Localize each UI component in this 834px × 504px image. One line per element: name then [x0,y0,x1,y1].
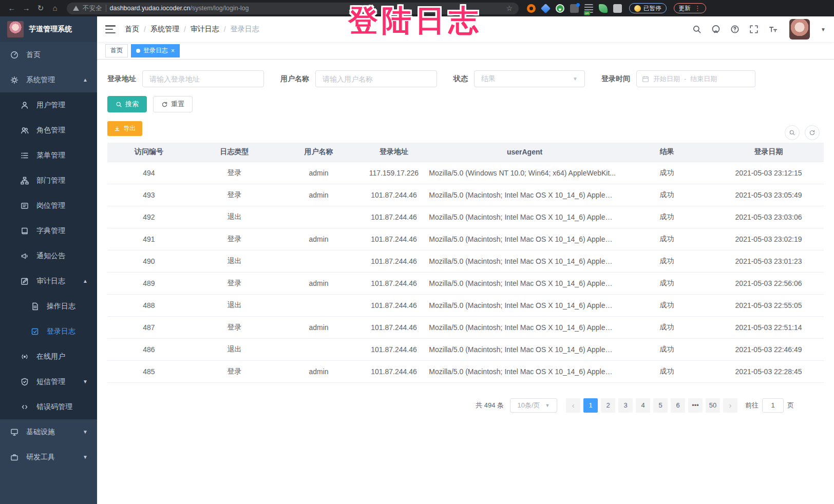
browser-reload-button[interactable]: ↻ [34,2,47,14]
sidebar-item-users[interactable]: 用户管理 [0,92,97,118]
username-input[interactable] [315,70,437,87]
cell-useragent: Mozilla/5.0 (Macintosh; Intel Mac OS X 1… [429,272,620,294]
sidebar-item-system[interactable]: 系统管理 ▲ [0,67,97,92]
cell-username [278,206,358,228]
table-row[interactable]: 486 退出 101.87.244.46 Mozilla/5.0 (Macint… [107,338,824,360]
browser-back-button[interactable]: ← [5,2,18,14]
column-header-result[interactable]: 结果 [620,143,713,162]
address-input[interactable] [142,70,264,87]
update-button[interactable]: 更新 ⋮ [674,3,706,13]
sidebar-item-roles[interactable]: 角色管理 [0,118,97,143]
toggle-search-button[interactable] [785,125,800,140]
sidebar-item-posts[interactable]: 岗位管理 [0,193,97,218]
bookmark-star-icon[interactable]: ☆ [506,4,513,12]
table-body: 494 登录 admin 117.159.17.226 Mozilla/5.0 … [107,162,824,382]
table-row[interactable]: 494 登录 admin 117.159.17.226 Mozilla/5.0 … [107,162,824,184]
page-size-value: 10条/页 [518,401,540,410]
sidebar-item-infrastructure[interactable]: 基础设施 ▼ [0,419,97,444]
page-button-5[interactable]: 5 [653,398,668,413]
reset-button[interactable]: 重置 [153,96,193,112]
tab-home[interactable]: 首页 [105,44,128,57]
extension-icon-3[interactable]: ♥ [556,4,564,13]
column-header-id[interactable]: 访问编号 [107,143,191,162]
extension-icon-5[interactable]: on [584,4,593,13]
page-ellipsis[interactable]: ••• [688,398,703,413]
column-header-useragent[interactable]: userAgent [429,143,620,162]
page-button-50[interactable]: 50 [706,398,720,413]
sidebar-item-notices[interactable]: 通知公告 [0,243,97,268]
sidebar-item-menus[interactable]: 菜单管理 [0,143,97,168]
sidebar-item-departments[interactable]: 部门管理 [0,168,97,193]
tab-login-log[interactable]: 登录日志 × [131,44,180,57]
browser-home-button[interactable]: ⌂ [48,2,62,14]
table-row[interactable]: 491 登录 admin 101.87.244.46 Mozilla/5.0 (… [107,228,824,250]
export-button[interactable]: 导出 [107,121,142,136]
column-header-date[interactable]: 登录日期 [713,143,824,162]
extension-icon-4[interactable] [570,4,579,13]
date-range-picker[interactable]: 开始日期 - 结束日期 [636,70,755,87]
page-button-1[interactable]: 1 [583,398,598,413]
fullscreen-icon[interactable] [749,25,759,34]
help-icon[interactable] [730,25,740,34]
table-row[interactable]: 492 退出 101.87.244.46 Mozilla/5.0 (Macint… [107,206,824,228]
table-row[interactable]: 489 登录 admin 101.87.244.46 Mozilla/5.0 (… [107,272,824,294]
breadcrumb-audit[interactable]: 审计日志 [191,25,219,34]
column-header-ip[interactable]: 登录地址 [359,143,429,162]
breadcrumb-home[interactable]: 首页 [125,25,139,34]
sidebar-item-home[interactable]: 首页 [0,42,97,67]
page-size-select[interactable]: 10条/页 ▼ [510,398,557,413]
goto-page-input[interactable] [762,398,784,413]
refresh-table-button[interactable] [805,125,820,140]
user-avatar[interactable] [789,19,810,40]
extension-icon-6[interactable] [599,4,608,13]
sidebar-item-label: 岗位管理 [36,201,65,210]
cell-login-address: 101.87.244.46 [359,228,429,250]
paused-badge[interactable]: 已暂停 [629,3,667,13]
next-page-button[interactable]: › [723,398,737,413]
prev-page-button[interactable]: ‹ [566,398,580,413]
sidebar-item-audit-log[interactable]: 审计日志 ▲ [0,268,97,294]
extensions-puzzle-icon[interactable] [613,4,622,13]
search-button[interactable]: 搜索 [107,96,147,112]
table-row[interactable]: 490 退出 101.87.244.46 Mozilla/5.0 (Macint… [107,250,824,272]
breadcrumb-system[interactable]: 系统管理 [150,25,179,34]
extension-icon-2[interactable] [541,3,551,13]
search-icon[interactable] [692,25,702,34]
browser-forward-button[interactable]: → [20,2,33,14]
sidebar-item-online-users[interactable]: 在线用户 [0,344,97,369]
cell-useragent: Mozilla/5.0 (Macintosh; Intel Mac OS X 1… [429,316,620,338]
browser-menu-icon[interactable]: ⋮ [695,5,701,12]
monitor-icon [10,428,18,436]
close-tab-icon[interactable]: × [171,47,175,54]
cell-username [278,250,358,272]
page-button-2[interactable]: 2 [601,398,615,413]
page-button-6[interactable]: 6 [671,398,685,413]
sidebar-item-sms[interactable]: 短信管理 ▼ [0,369,97,394]
sidebar-item-login-log[interactable]: 登录日志 [0,319,97,344]
sidebar-item-error-codes[interactable]: 错误码管理 [0,394,97,419]
page-button-4[interactable]: 4 [636,398,650,413]
status-select-placeholder: 结果 [481,74,496,84]
status-select[interactable]: 结果 ▼ [474,70,585,87]
sidebar-item-dev-tools[interactable]: 研发工具 ▼ [0,444,97,470]
cell-id: 487 [107,316,191,338]
hamburger-icon[interactable] [105,25,116,33]
font-size-icon[interactable] [768,25,778,34]
cell-login-date: 2021-05-03 23:01:23 [713,250,824,272]
column-header-user[interactable]: 用户名称 [278,143,358,162]
cell-useragent: Mozilla/5.0 (Macintosh; Intel Mac OS X 1… [429,206,620,228]
avatar-caret-icon[interactable]: ▼ [821,27,826,32]
table-row[interactable]: 487 登录 admin 101.87.244.46 Mozilla/5.0 (… [107,316,824,338]
column-header-type[interactable]: 日志类型 [191,143,279,162]
not-secure-label[interactable]: 不安全 [83,4,102,13]
table-row[interactable]: 488 退出 101.87.244.46 Mozilla/5.0 (Macint… [107,294,824,316]
sidebar-item-dictionary[interactable]: 字典管理 [0,218,97,243]
sidebar-item-operate-log[interactable]: 操作日志 [0,294,97,319]
table-row[interactable]: 493 登录 admin 101.87.244.46 Mozilla/5.0 (… [107,184,824,206]
app-logo-row[interactable]: 芋道管理系统 [0,16,97,42]
page-button-3[interactable]: 3 [618,398,633,413]
table-row[interactable]: 485 登录 admin 101.87.244.46 Mozilla/5.0 (… [107,360,824,382]
github-icon[interactable] [711,25,721,34]
org-tree-icon [21,177,29,185]
extension-icon-1[interactable] [527,4,536,13]
